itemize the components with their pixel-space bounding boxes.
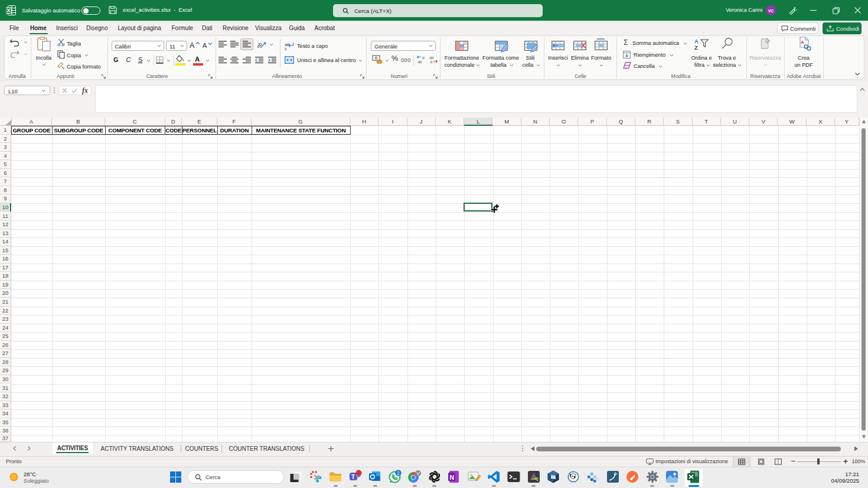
svg-text:V: V <box>417 471 420 476</box>
svg-text:N: N <box>450 474 455 481</box>
svg-text:Z: Z <box>694 44 698 51</box>
svg-text:T: T <box>351 474 355 480</box>
svg-text:c: c <box>285 46 287 50</box>
svg-text:A: A <box>801 40 804 45</box>
svg-text:2: 2 <box>397 470 400 476</box>
svg-text:A: A <box>694 38 699 44</box>
